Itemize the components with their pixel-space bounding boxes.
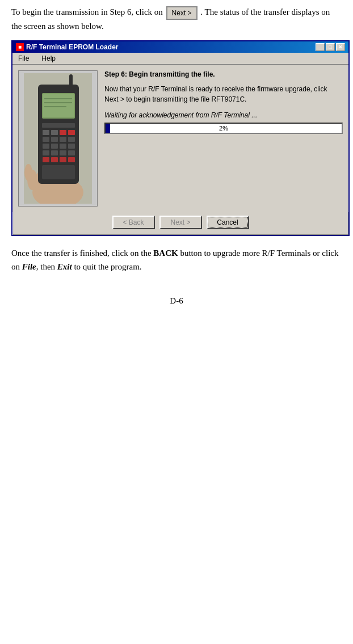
svg-rect-32 (68, 157, 75, 162)
svg-rect-31 (60, 157, 66, 162)
svg-rect-28 (68, 150, 75, 155)
svg-rect-13 (43, 130, 49, 135)
next-button[interactable]: Next > (159, 216, 202, 229)
menu-help[interactable]: Help (38, 54, 59, 63)
svg-rect-26 (51, 150, 58, 155)
svg-rect-21 (43, 144, 49, 149)
close-button[interactable]: ✕ (336, 43, 345, 51)
back-bold: BACK (153, 249, 178, 258)
waiting-text: Waiting for acknowledgement from R/F Ter… (104, 111, 343, 119)
dialog-right-content: Step 6: Begin transmitting the file. Now… (104, 70, 343, 207)
step-title: Step 6: Begin transmitting the file. (104, 70, 343, 78)
dialog-menubar: File Help (12, 53, 348, 65)
svg-rect-23 (60, 144, 66, 149)
device-image (18, 70, 98, 207)
intro-paragraph: To begin the transmission in Step 6, cli… (11, 6, 342, 32)
svg-rect-14 (51, 130, 58, 135)
svg-rect-33 (42, 165, 75, 179)
svg-rect-12 (42, 123, 75, 128)
svg-rect-16 (68, 130, 75, 135)
svg-rect-29 (43, 157, 49, 162)
restore-button[interactable]: □ (326, 43, 335, 51)
dialog-title: R/F Terminal EPROM Loader (26, 43, 118, 51)
minimize-button[interactable]: _ (316, 43, 325, 51)
step-description: Now that your R/F Terminal is ready to r… (104, 84, 343, 104)
svg-rect-19 (60, 137, 66, 142)
exit-bold-italic: Exit (57, 262, 72, 271)
back-button[interactable]: < Back (112, 216, 155, 229)
menu-file[interactable]: File (15, 54, 32, 63)
dialog-body: Step 6: Begin transmitting the file. Now… (12, 65, 348, 212)
svg-rect-6 (69, 74, 73, 91)
progress-label: 2% (106, 124, 342, 133)
progress-bar-container: 2% (104, 123, 343, 134)
cancel-button[interactable]: Cancel (207, 216, 249, 229)
svg-rect-8 (43, 94, 74, 117)
svg-rect-18 (51, 137, 58, 142)
titlebar-left: ■ R/F Terminal EPROM Loader (16, 43, 118, 51)
svg-rect-17 (43, 137, 49, 142)
file-bold-italic: File (22, 262, 36, 271)
page-number: D-6 (11, 296, 342, 306)
svg-point-4 (24, 164, 32, 181)
titlebar-app-icon: ■ (16, 43, 24, 51)
svg-rect-15 (60, 130, 66, 135)
intro-text-before: To begin the transmission in Step 6, cli… (11, 7, 163, 16)
svg-rect-27 (60, 150, 66, 155)
svg-rect-24 (68, 144, 75, 149)
svg-rect-22 (51, 144, 58, 149)
svg-rect-30 (51, 157, 58, 162)
titlebar-controls[interactable]: _ □ ✕ (316, 43, 345, 51)
dialog-titlebar: ■ R/F Terminal EPROM Loader _ □ ✕ (12, 41, 348, 53)
svg-rect-25 (43, 150, 49, 155)
outro-paragraph: Once the transfer is finished, click on … (11, 246, 342, 273)
dialog-buttons-row: < Back Next > Cancel (12, 212, 348, 235)
next-button-inline[interactable]: Next > (166, 6, 197, 20)
svg-rect-20 (68, 137, 75, 142)
rf-terminal-illustration (24, 73, 92, 204)
dialog-window: ■ R/F Terminal EPROM Loader _ □ ✕ File H… (11, 40, 350, 236)
